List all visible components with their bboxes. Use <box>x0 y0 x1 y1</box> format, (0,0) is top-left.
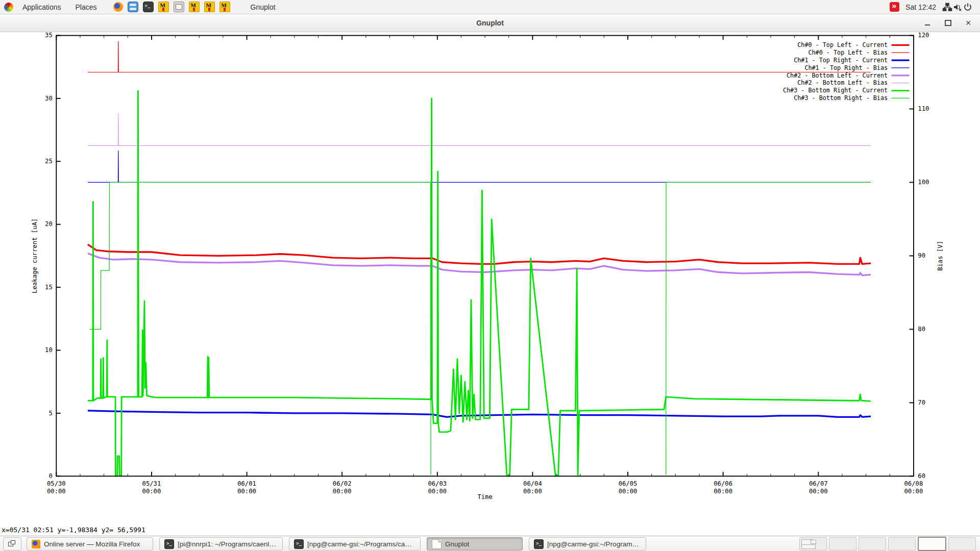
terminal-launcher-icon[interactable] <box>143 2 154 12</box>
taskbar-button-label: Online server — Mozilla Firefox <box>44 540 140 548</box>
x-tick-time-label: 00:00 <box>714 488 732 495</box>
midas-launcher-icon[interactable] <box>158 2 169 12</box>
gnuplot-plot-area[interactable]: 05/3000:0005/3100:0006/0100:0006/0200:00… <box>0 32 980 536</box>
firefox-launcher-icon[interactable] <box>113 2 123 12</box>
y-right-tick-label: 60 <box>918 472 925 480</box>
x-tick-time-label: 00:00 <box>523 488 542 495</box>
y-right-tick-label: 70 <box>918 399 925 406</box>
window-title: Gnuplot <box>476 19 504 27</box>
notification-icon[interactable] <box>890 2 899 12</box>
series-0-line <box>88 244 871 264</box>
taskbar-button[interactable]: [pi@nnrpi1: ~/Programs/caenlogger] <box>159 537 283 550</box>
x-tick-date-label: 06/07 <box>809 480 828 487</box>
taskbar-button[interactable]: Online server — Mozilla Firefox <box>27 537 153 550</box>
x-tick-time-label: 00:00 <box>47 488 66 495</box>
y-axis-label-right: Bias [V] <box>937 241 944 271</box>
legend-label-7: Ch#3 - Bottom Right - Bias <box>794 94 888 102</box>
workspace-cell-1[interactable] <box>799 537 827 550</box>
midas-launcher-icon[interactable] <box>204 2 215 12</box>
panel-launchers <box>113 2 230 12</box>
x-tick-date-label: 06/08 <box>904 480 923 487</box>
taskbar-button[interactable]: [npg@carme-gsi:~/Programs/caenlo... <box>289 537 421 550</box>
x-axis-label: Time <box>477 493 492 500</box>
y-left-tick-label: 25 <box>45 158 53 165</box>
x-tick-date-label: 06/04 <box>523 480 542 487</box>
workspace-cell-6[interactable] <box>948 537 976 550</box>
firefox-icon <box>32 540 40 548</box>
mini-window <box>801 544 816 549</box>
taskbar-button-label: [pi@nnrpi1: ~/Programs/caenlogger] <box>178 540 278 548</box>
y-right-tick-label: 80 <box>918 325 925 333</box>
page-icon <box>432 539 442 549</box>
network-icon[interactable] <box>942 2 952 12</box>
camera-launcher-icon[interactable] <box>174 2 184 12</box>
x-tick-date-label: 06/03 <box>428 480 447 487</box>
taskbar-button-label: [npg@carme-gsi:~/Programs/caenlo... <box>307 540 415 548</box>
menu-applications[interactable]: Applications <box>15 3 68 11</box>
x-tick-time-label: 00:00 <box>142 488 161 495</box>
top-panel: Applications Places Gnuplot Sat 12:42 <box>0 0 980 14</box>
x-tick-time-label: 00:00 <box>237 488 256 495</box>
x-tick-time-label: 00:00 <box>904 488 923 495</box>
task-button-list: Online server — Mozilla Firefox[pi@nnrpi… <box>27 537 646 550</box>
maximize-button[interactable] <box>943 18 952 28</box>
panel-right: Sat 12:42 <box>890 0 980 14</box>
workspace-cell-4[interactable] <box>888 537 916 550</box>
legend-label-1: Ch#0 - Top Left - Bias <box>808 49 888 56</box>
taskbar-button[interactable]: [npg@carme-gsi:~/Programs/CARME... <box>529 537 646 550</box>
series-6-line <box>88 91 871 475</box>
y-left-tick-label: 20 <box>45 220 53 228</box>
power-icon[interactable] <box>963 2 973 12</box>
volume-muted-icon[interactable] <box>952 2 963 12</box>
taskbar-button-label: Gnuplot <box>445 540 469 548</box>
legend-label-3: Ch#1 - Top Right - Bias <box>804 64 888 71</box>
y-right-tick-label: 100 <box>918 179 929 186</box>
series-7-line <box>666 182 871 474</box>
distro-menu-icon[interactable] <box>4 3 13 12</box>
minimize-button[interactable] <box>923 18 932 28</box>
x-tick-time-label: 00:00 <box>428 488 447 495</box>
y-left-tick-label: 30 <box>45 95 53 102</box>
panel-window-list-gnuplot[interactable]: Gnuplot <box>246 3 281 11</box>
workspace-cell-5[interactable] <box>918 537 946 551</box>
series-2-line <box>88 411 871 417</box>
workspace-cell-3[interactable] <box>859 537 886 550</box>
mouse-coordinates-readout: x=05/31 02:51 y=-1,98384 y2= 56,5991 <box>2 526 145 534</box>
terminal-icon <box>294 539 304 549</box>
menu-places[interactable]: Places <box>68 3 104 11</box>
y-left-tick-label: 15 <box>45 284 53 291</box>
terminal-icon <box>164 539 174 549</box>
taskbar-button[interactable]: Gnuplot <box>427 537 523 550</box>
close-button[interactable]: × <box>964 18 973 28</box>
taskbar-button-label: [npg@carme-gsi:~/Programs/CARME... <box>547 540 641 548</box>
files-launcher-icon[interactable] <box>128 2 138 12</box>
y-left-tick-label: 10 <box>45 346 53 354</box>
taskbar: Online server — Mozilla Firefox[pi@nnrpi… <box>0 536 980 551</box>
x-tick-date-label: 05/31 <box>142 480 161 487</box>
series-1-line <box>88 41 871 72</box>
midas-launcher-icon[interactable] <box>219 2 230 12</box>
legend-label-6: Ch#3 - Bottom Right - Current <box>783 87 888 94</box>
x-tick-date-label: 05/30 <box>47 480 66 487</box>
mini-window <box>811 540 816 544</box>
clock[interactable]: Sat 12:42 <box>905 3 936 11</box>
y-right-tick-label: 110 <box>918 105 929 112</box>
x-tick-time-label: 00:00 <box>333 488 352 495</box>
show-desktop-button[interactable] <box>3 537 21 550</box>
workspace-cell-2[interactable] <box>829 537 856 550</box>
legend-label-2: Ch#1 - Top Right - Current <box>794 57 888 64</box>
y-left-tick-label: 0 <box>48 472 52 480</box>
panel-left: Applications Places Gnuplot <box>0 0 281 14</box>
legend-label-5: Ch#2 - Bottom Left - Bias <box>797 79 888 86</box>
y-right-tick-label: 120 <box>918 32 929 39</box>
series-3-line <box>88 151 871 183</box>
x-tick-time-label: 00:00 <box>809 488 828 495</box>
series-5-line <box>88 113 871 145</box>
window-titlebar[interactable]: Gnuplot × <box>0 14 980 32</box>
legend-label-0: Ch#0 - Top Left - Current <box>797 41 888 48</box>
y-left-tick-label: 35 <box>45 32 53 39</box>
series-7-line <box>90 182 431 474</box>
x-tick-time-label: 00:00 <box>619 488 638 495</box>
window-controls: × <box>923 14 973 32</box>
midas-launcher-icon[interactable] <box>189 2 200 12</box>
